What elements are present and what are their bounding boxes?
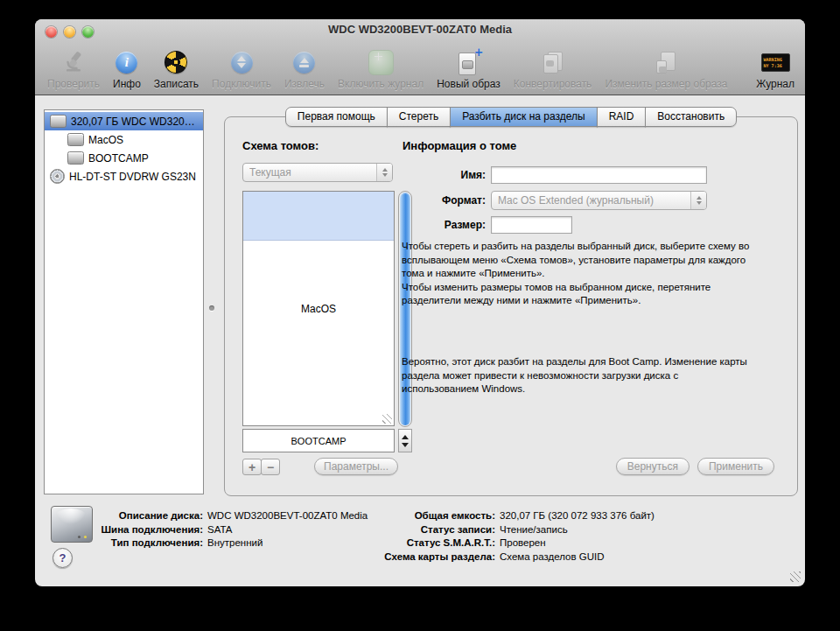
- size-label: Размер:: [381, 219, 486, 231]
- action-buttons: Вернуться Применить: [616, 458, 774, 475]
- toolbar-button-eject[interactable]: Извлечь: [284, 48, 325, 90]
- scheme-selected-value: Текущая: [249, 166, 291, 179]
- sidebar-item-label: HL-DT-ST DVDRW GS23N: [69, 171, 196, 183]
- status-label: Общая емкость:: [313, 509, 495, 523]
- sidebar-item-optical-drive[interactable]: HL-DT-ST DVDRW GS23N: [45, 167, 203, 186]
- name-label: Имя:: [381, 169, 486, 181]
- volume-info-header: Информация о томе: [402, 139, 516, 152]
- device-sidebar: 320,07 ГБ WDC WD320… MacOS BOOTCAMP HL-D…: [44, 109, 204, 494]
- status-value: SATA: [207, 523, 232, 537]
- disk-icon: [50, 115, 66, 128]
- toolbar-label: Записать: [154, 78, 199, 90]
- format-selected-value: Mac OS Extended (журнальный): [498, 194, 654, 207]
- eject-icon: [293, 48, 315, 76]
- format-label: Формат:: [381, 194, 486, 207]
- status-right-column: Общая емкость: 320,07 ГБ (320 072 933 37…: [313, 509, 654, 564]
- volume-scheme-label: Схема томов:: [242, 139, 318, 152]
- info-icon: i: [116, 48, 137, 76]
- help-paragraph: Чтобы изменить размеры томов на выбранно…: [402, 281, 753, 308]
- status-value: 320,07 ГБ (320 072 933 376 байт): [500, 509, 654, 523]
- volume-icon: [67, 133, 84, 146]
- scroll-down-arrow-icon[interactable]: [402, 443, 409, 447]
- toolbar-button-verify[interactable]: Проверить: [47, 48, 100, 90]
- tab-raid[interactable]: RAID: [597, 107, 647, 127]
- help-button[interactable]: ?: [52, 548, 73, 568]
- partition-label: MacOS: [243, 303, 394, 315]
- remove-partition-button[interactable]: −: [261, 459, 280, 475]
- help-paragraph: Чтобы стереть и разбить на разделы выбра…: [402, 240, 753, 281]
- tab-restore[interactable]: Восстановить: [645, 107, 737, 127]
- tab-first-aid[interactable]: Первая помощь: [285, 107, 388, 127]
- mount-icon: [231, 48, 253, 76]
- status-row: Статус записи: Чтение/запись: [313, 523, 654, 537]
- resize-image-icon: [654, 48, 677, 76]
- toolbar-button-enable-journal[interactable]: Включить журнал: [338, 48, 424, 90]
- status-row: Статус S.M.A.R.T.: Проверен: [313, 536, 654, 550]
- convert-icon: [542, 48, 564, 76]
- partition-label: BOOTCAMP: [291, 436, 346, 446]
- add-partition-button[interactable]: +: [242, 459, 262, 475]
- volume-scheme-select[interactable]: Текущая: [242, 163, 393, 182]
- partition-block-bootcamp[interactable]: BOOTCAMP: [242, 429, 395, 452]
- status-label: Тип подключения:: [61, 536, 203, 550]
- status-row: Общая емкость: 320,07 ГБ (320 072 933 37…: [313, 509, 654, 523]
- window-title: WDC WD3200BEVT-00ZAT0 Media: [35, 23, 805, 36]
- status-label: Шина подключения:: [61, 523, 203, 537]
- partition-selected-band: [243, 192, 394, 241]
- format-select[interactable]: Mac OS Extended (журнальный): [491, 191, 707, 210]
- status-label: Статус записи:: [313, 523, 495, 537]
- scrollbar-arrows: [398, 429, 412, 452]
- sidebar-item-label: MacOS: [88, 134, 123, 146]
- toolbar-label: Инфо: [113, 78, 141, 90]
- toolbar-button-log[interactable]: WARNING NY 7:36 Журнал: [756, 48, 794, 90]
- toolbar-button-resize-image[interactable]: Изменить размер образа: [605, 48, 727, 90]
- log-badge-line: NY 7:36: [764, 63, 788, 69]
- partition-pane: Схема томов: Текущая MacOS BOOTCAMP + − …: [224, 116, 798, 496]
- status-value: Проверен: [500, 536, 546, 550]
- bootcamp-warning-text: Вероятно, этот диск разбит на разделы дл…: [402, 355, 753, 396]
- burn-icon: [164, 48, 187, 76]
- optical-disc-icon: [50, 169, 65, 184]
- sidebar-item-disk[interactable]: 320,07 ГБ WDC WD320…: [45, 112, 203, 130]
- status-value: Внутренний: [207, 536, 262, 550]
- scroll-up-arrow-icon[interactable]: [402, 435, 409, 439]
- status-row: Схема карты раздела: Схема разделов GUID: [313, 550, 654, 564]
- status-label: Статус S.M.A.R.T.:: [313, 536, 495, 550]
- sidebar-item-label: 320,07 ГБ WDC WD320…: [71, 116, 195, 128]
- toolbar-label: Изменить размер образа: [605, 78, 727, 90]
- status-label: Описание диска:: [61, 509, 203, 523]
- partition-help-text: Чтобы стереть и разбить на разделы выбра…: [402, 240, 753, 308]
- toolbar-button-burn[interactable]: Записать: [154, 48, 199, 90]
- partition-resize-handle[interactable]: [382, 414, 392, 424]
- options-button[interactable]: Параметры...: [314, 458, 398, 475]
- tab-erase[interactable]: Стереть: [387, 107, 451, 127]
- window-resize-grip[interactable]: [790, 571, 801, 582]
- toolbar-label: Проверить: [47, 78, 100, 90]
- disk-utility-window: WDC WD3200BEVT-00ZAT0 Media Проверить i: [35, 19, 805, 586]
- window-chrome: WDC WD3200BEVT-00ZAT0 Media Проверить i: [35, 19, 805, 95]
- status-label: Схема карты раздела:: [313, 550, 495, 564]
- sidebar-item-macos[interactable]: MacOS: [45, 130, 203, 149]
- apply-button[interactable]: Применить: [697, 458, 774, 475]
- toolbar-label: Извлечь: [284, 78, 325, 90]
- microscope-icon: [62, 48, 85, 76]
- sidebar-item-bootcamp[interactable]: BOOTCAMP: [45, 149, 203, 167]
- status-bar: Описание диска: WDC WD3200BEVT-00ZAT0 Me…: [35, 499, 805, 586]
- toolbar-button-info[interactable]: i Инфо: [113, 48, 141, 90]
- status-value: Чтение/запись: [500, 523, 568, 537]
- toolbar-button-convert[interactable]: Конвертировать: [514, 48, 592, 90]
- toolbar-button-mount[interactable]: Подключить: [212, 48, 271, 90]
- toolbar-label: Конвертировать: [514, 78, 592, 90]
- toolbar-label: Журнал: [756, 78, 794, 90]
- volume-size-field[interactable]: [491, 216, 572, 234]
- revert-button[interactable]: Вернуться: [616, 458, 690, 475]
- volume-name-field[interactable]: [491, 166, 707, 184]
- toolbar-label: Включить журнал: [338, 78, 424, 90]
- toolbar-label: Подключить: [212, 78, 271, 90]
- toolbar-label: Новый образ: [437, 78, 500, 90]
- partition-block-macos[interactable]: MacOS: [242, 191, 395, 426]
- sidebar-splitter-handle[interactable]: [209, 305, 214, 311]
- tab-partition[interactable]: Разбить диск на разделы: [450, 107, 597, 127]
- toolbar-button-new-image[interactable]: + Новый образ: [437, 48, 500, 90]
- sidebar-item-label: BOOTCAMP: [88, 152, 149, 165]
